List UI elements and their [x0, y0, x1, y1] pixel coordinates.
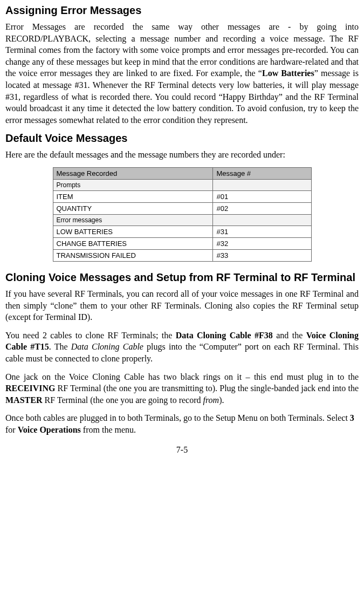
paragraph-cloning-cables: You need 2 cables to clone RF Terminals;… — [5, 330, 359, 365]
table-header-col2: Message # — [213, 167, 311, 179]
text: . The — [49, 342, 71, 351]
heading-cloning: Cloning Voice Messages and Setup from RF… — [5, 271, 359, 284]
table-header-col1: Message Recorded — [53, 167, 213, 179]
table-subheader-prompts: Prompts — [53, 179, 213, 190]
table-cell-name: LOW BATTERIES — [53, 226, 213, 237]
text: from the menu. — [81, 425, 136, 434]
table-cell-name: QUANTITY — [53, 202, 213, 214]
heading-assigning-error-messages: Assigning Error Messages — [5, 4, 359, 17]
data-cloning-cable-bold: Data Cloning Cable #F38 — [176, 331, 273, 340]
text: for — [5, 425, 18, 434]
paragraph-cloning-setup: Once both cables are plugged in to both … — [5, 412, 359, 435]
table-cell-name: ITEM — [53, 190, 213, 202]
text: RF Terminal (the one you are going to re… — [42, 395, 203, 405]
table-cell-num: #02 — [213, 202, 311, 214]
text: You need 2 cables to clone RF Terminals;… — [5, 331, 176, 340]
paragraph-default-intro: Here are the default messages and the me… — [5, 149, 359, 161]
table-row: TRANSMISSION FAILED #33 — [53, 249, 311, 261]
data-cloning-cable-italic: Data Cloning Cable — [71, 342, 143, 351]
table-subheader-errors: Error messages — [53, 214, 213, 226]
page-number: 7-5 — [5, 445, 359, 455]
table-cell-name: CHANGE BATTERIES — [53, 237, 213, 249]
low-batteries-bold: Low Batteries — [262, 69, 314, 78]
text: Once both cables are plugged in to both … — [5, 413, 350, 422]
table-cell-empty — [213, 214, 311, 226]
table-cell-num: #33 — [213, 249, 311, 261]
table-cell-empty — [213, 179, 311, 190]
from-italic: from — [203, 395, 219, 405]
heading-default-voice-messages: Default Voice Messages — [5, 132, 359, 145]
receiving-bold: RECEIVING — [5, 384, 55, 393]
table-row: CHANGE BATTERIES #32 — [53, 237, 311, 249]
master-bold: MASTER — [5, 395, 42, 405]
table-row: ITEM #01 — [53, 190, 311, 202]
table-cell-num: #31 — [213, 226, 311, 237]
paragraph-assigning: Error Messages are recorded the same way… — [5, 21, 359, 126]
table-row: LOW BATTERIES #31 — [53, 226, 311, 237]
table-cell-num: #32 — [213, 237, 311, 249]
text: One jack on the Voice Cloning Cable has … — [5, 372, 359, 381]
table-row: QUANTITY #02 — [53, 202, 311, 214]
voice-messages-table: Message Recorded Message # Prompts ITEM … — [53, 167, 312, 262]
text: ). — [219, 395, 224, 405]
text: RF Terminal (the one you are transmittin… — [55, 384, 359, 393]
voice-operations-bold: Voice Operations — [18, 425, 81, 434]
paragraph-cloning-jacks: One jack on the Voice Cloning Cable has … — [5, 371, 359, 406]
paragraph-cloning-intro: If you have several RF Terminals, you ca… — [5, 288, 359, 323]
three-bold: 3 — [350, 413, 354, 422]
text: and the — [273, 331, 306, 340]
table-cell-num: #01 — [213, 190, 311, 202]
table-cell-name: TRANSMISSION FAILED — [53, 249, 213, 261]
